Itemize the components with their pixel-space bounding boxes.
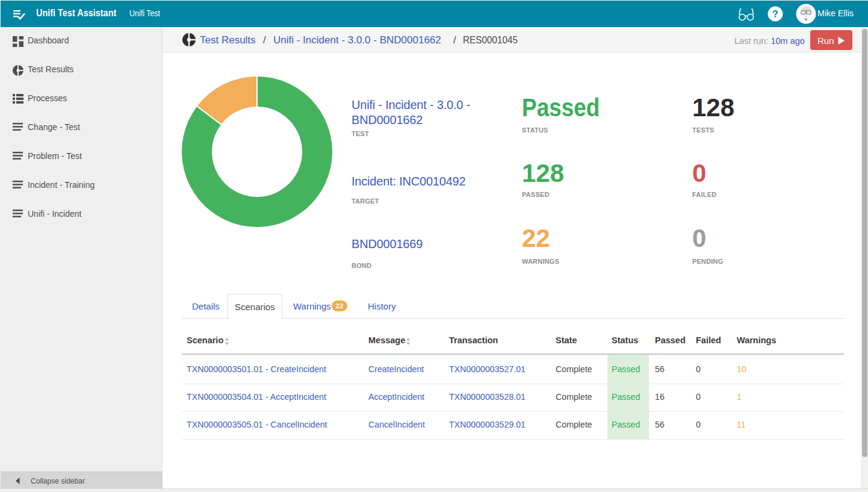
svg-text:?: ? bbox=[772, 9, 778, 19]
